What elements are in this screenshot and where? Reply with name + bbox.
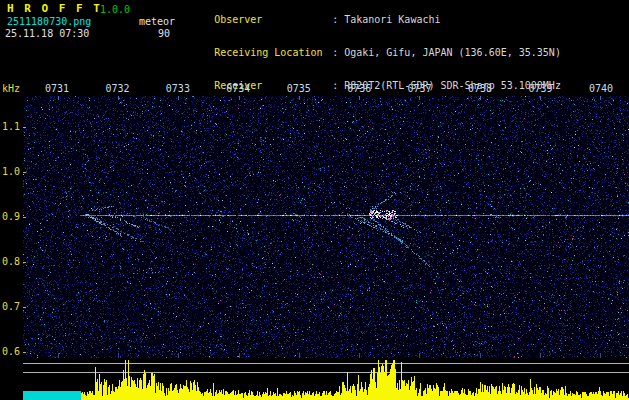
app-version: 1.0.0 xyxy=(100,4,130,15)
time-label: 0733 xyxy=(165,83,191,94)
freq-label: 0.8 xyxy=(0,256,20,267)
freq-label: 0.9 xyxy=(0,211,20,222)
freq-label: 0.7 xyxy=(0,301,20,312)
freq-label: 1.1 xyxy=(0,121,20,132)
spectrogram-canvas xyxy=(23,96,629,400)
freq-label: 1.0 xyxy=(0,166,20,177)
location-label: Receiving Location xyxy=(214,47,332,58)
time-label: 0737 xyxy=(407,83,433,94)
observer-value: : Takanori Kawachi xyxy=(332,14,440,25)
time-label: 0734 xyxy=(225,83,251,94)
output-filename: 2511180730.png xyxy=(7,16,91,27)
hrofft-window: H R O F F T 1.0.0 2511180730.png meteor … xyxy=(0,0,629,400)
location-value: : Ogaki, Gifu, JAPAN (136.60E, 35.35N) xyxy=(332,47,561,58)
mode-label: meteor xyxy=(139,16,175,27)
info-row-location: Receiving Location: Ogaki, Gifu, JAPAN (… xyxy=(178,36,561,69)
time-label: 0731 xyxy=(44,83,70,94)
time-label: 0735 xyxy=(286,83,312,94)
time-label: 0738 xyxy=(467,83,493,94)
capture-datetime: 25.11.18 07:30 xyxy=(5,28,89,39)
observer-label: Observer xyxy=(214,14,332,25)
time-label: 0739 xyxy=(528,83,554,94)
freq-label: 0.6 xyxy=(0,346,20,357)
time-label: 0736 xyxy=(346,83,372,94)
info-row-observer: Observer: Takanori Kawachi xyxy=(178,3,561,36)
echo-count: 90 xyxy=(158,28,170,39)
time-label: 0732 xyxy=(104,83,130,94)
time-label: 0740 xyxy=(588,83,614,94)
freq-unit-label: kHz xyxy=(0,83,20,94)
time-axis: 0731 0732 0733 0734 0735 0736 0737 0738 … xyxy=(44,83,614,94)
app-title: H R O F F T xyxy=(7,3,102,14)
